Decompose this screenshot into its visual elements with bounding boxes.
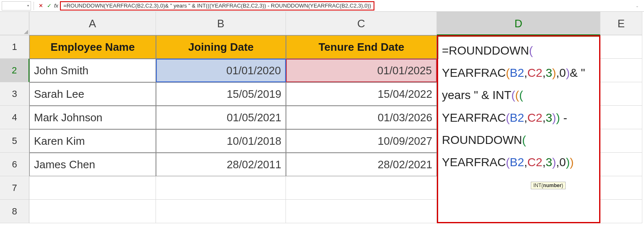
formula-token: 3 (545, 156, 552, 169)
cell-E8[interactable] (600, 200, 642, 223)
cell-C5[interactable]: 10/09/2027 (286, 129, 437, 153)
col-header-C[interactable]: C (286, 12, 437, 35)
formula-input[interactable]: =ROUNDDOWN(YEARFRAC(B2,C2,3),0)& " years… (60, 1, 374, 10)
row-header-7[interactable]: 7 (0, 176, 29, 200)
formula-token: , (524, 66, 527, 79)
formula-token: ( (506, 156, 509, 169)
row-header-3[interactable]: 3 (0, 82, 29, 106)
cell-B2[interactable]: 01/01/2020 (156, 59, 286, 82)
cell-C4[interactable]: 01/03/2026 (286, 106, 437, 129)
row-header-6[interactable]: 6 (0, 153, 29, 176)
cell-A8[interactable] (29, 200, 156, 223)
cell-B6[interactable]: 28/02/2011 (156, 153, 286, 176)
row-header-4[interactable]: 4 (0, 106, 29, 129)
formula-token: ROUNDDOWN (442, 133, 522, 146)
cell-E5[interactable] (600, 129, 642, 153)
col-header-D[interactable]: D (437, 12, 600, 35)
tooltip-arg: number (543, 183, 561, 188)
formula-token: & " (570, 66, 588, 79)
row-header-2[interactable]: 2 (0, 59, 29, 82)
formula-token: ( (506, 66, 509, 79)
cell-E1[interactable] (600, 35, 642, 59)
chevron-down-icon[interactable]: ▾ (27, 4, 29, 8)
tooltip-close: ) (561, 183, 563, 188)
formula-token: B2 (510, 111, 524, 124)
formula-token: - (560, 111, 571, 124)
cell-B8[interactable] (156, 200, 286, 223)
formula-token: ( (519, 89, 523, 102)
formula-token: YEARFRAC (442, 66, 506, 79)
col-header-A[interactable]: A (29, 12, 156, 35)
formula-token: C2 (527, 156, 543, 169)
formula-token: C2 (527, 66, 543, 79)
cell-C7[interactable] (286, 176, 437, 200)
cell-C6[interactable]: 28/02/2021 (286, 153, 437, 176)
row-header-5[interactable]: 5 (0, 129, 29, 153)
formula-token: ,0 (556, 66, 566, 79)
formula-token: ( (522, 133, 526, 146)
cell-A6[interactable]: James Chen (29, 153, 156, 176)
cell-E2[interactable] (600, 59, 642, 82)
cell-E4[interactable] (600, 106, 642, 129)
formula-text: =ROUNDDOWN(YEARFRAC(B2,C2,3),0)& " years… (63, 3, 371, 9)
cell-E6[interactable] (600, 153, 642, 176)
cell-C1[interactable]: Tenure End Date (286, 35, 437, 59)
cell-B3[interactable]: 15/05/2019 (156, 82, 286, 106)
formula-token: 3 (545, 66, 552, 79)
cell-B1[interactable]: Joining Date (156, 35, 286, 59)
divider (34, 2, 34, 10)
cell-C2[interactable]: 01/01/2025 (286, 59, 437, 82)
col-header-B[interactable]: B (156, 12, 286, 35)
cell-A2[interactable]: John Smith (29, 59, 156, 82)
row-header-8[interactable]: 8 (0, 200, 29, 223)
name-box[interactable]: ▾ (2, 1, 31, 10)
formula-token: , (524, 156, 527, 169)
cell-E3[interactable] (600, 82, 642, 106)
cell-A1[interactable]: Employee Name (29, 35, 156, 59)
spreadsheet-grid: 1 2 3 4 5 6 7 8 A Employee Name John Smi… (0, 12, 644, 235)
formula-token: years " & INT (442, 89, 512, 102)
formula-token: ) (552, 66, 556, 79)
formula-token: ( (506, 111, 509, 124)
cell-B7[interactable] (156, 176, 286, 200)
cell-A4[interactable]: Mark Johnson (29, 106, 156, 129)
formula-token: ,0 (556, 156, 566, 169)
formula-token: ) (552, 111, 556, 124)
formula-token: ) (566, 66, 570, 79)
fx-label[interactable]: fx (54, 3, 58, 9)
formula-token: ) (556, 111, 560, 124)
active-cell-formula[interactable]: =ROUNDDOWN( YEARFRAC(B2,C2,3),0)& " year… (439, 37, 600, 222)
formula-token: 3 (545, 111, 552, 124)
cell-C8[interactable] (286, 200, 437, 223)
close-icon: ✕ (39, 3, 43, 9)
formula-token: C2 (527, 111, 543, 124)
confirm-button[interactable]: ✓ (45, 2, 53, 10)
col-header-E[interactable]: E (600, 12, 642, 35)
cell-B5[interactable]: 10/01/2018 (156, 129, 286, 153)
select-all-corner[interactable] (0, 12, 29, 35)
cell-A7[interactable] (29, 176, 156, 200)
formula-token: ) (570, 156, 574, 169)
column-A: A Employee Name John Smith Sarah Lee Mar… (29, 12, 156, 235)
cell-C3[interactable]: 15/04/2022 (286, 82, 437, 106)
formula-token: B2 (510, 66, 524, 79)
function-tooltip: INT(number) (531, 182, 566, 189)
cell-B4[interactable]: 01/05/2021 (156, 106, 286, 129)
formula-token: YEARFRAC (442, 156, 506, 169)
column-E: E (600, 12, 642, 235)
column-C: C Tenure End Date 01/01/2025 15/04/2022 … (286, 12, 437, 235)
formula-token: ( (529, 44, 533, 57)
cell-A3[interactable]: Sarah Lee (29, 82, 156, 106)
formula-token: ) (552, 156, 556, 169)
formula-token: =ROUNDDOWN (442, 44, 529, 57)
column-B: B Joining Date 01/01/2020 15/05/2019 01/… (156, 12, 286, 235)
cell-E7[interactable] (600, 176, 642, 200)
tooltip-func: INT( (533, 183, 543, 188)
formula-token: , (524, 111, 527, 124)
cancel-button[interactable]: ✕ (36, 2, 45, 10)
row-headers: 1 2 3 4 5 6 7 8 (0, 12, 29, 235)
cell-A5[interactable]: Karen Kim (29, 129, 156, 153)
row-header-1[interactable]: 1 (0, 35, 29, 59)
chevron-down-icon[interactable]: ⌄ (636, 4, 639, 8)
formula-token: ) (566, 156, 570, 169)
